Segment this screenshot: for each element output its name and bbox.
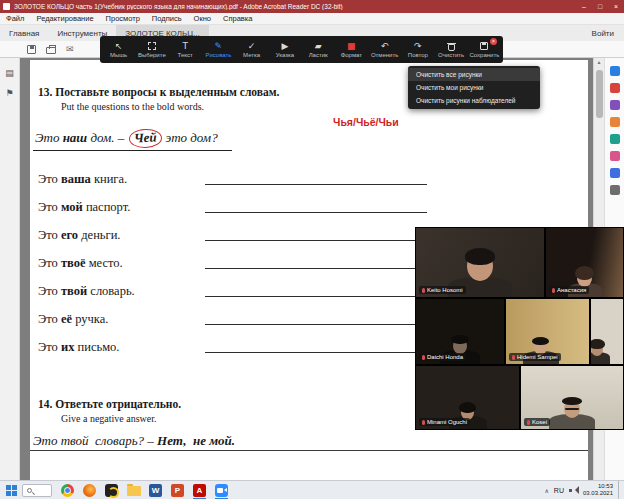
zoom-tool-draw[interactable]: ✎Рисовать — [202, 37, 235, 62]
video-participant-partial[interactable] — [590, 298, 624, 365]
zoom-tool-clear[interactable]: Очистить — [435, 37, 468, 62]
save-file-icon[interactable] — [27, 45, 36, 54]
video-participant-minami[interactable]: Minami Oguchi — [415, 365, 520, 430]
answer-blank — [205, 352, 427, 353]
menu-file[interactable]: Файл — [0, 14, 30, 23]
search-icon — [27, 488, 32, 493]
clear-dropdown-menu: Очистить все рисунки Очистить мои рисунк… — [408, 66, 540, 109]
scroll-up-arrow[interactable]: ▲ — [594, 59, 604, 65]
zoom-tool-format[interactable]: ■Формат — [335, 37, 368, 62]
video-participant-anastasia[interactable]: Анастасия — [545, 227, 624, 298]
zoom-tool-stamp[interactable]: ✓Метка — [235, 37, 268, 62]
eraser-icon: ▰ — [315, 41, 322, 52]
file-explorer-icon[interactable] — [126, 483, 141, 498]
video-participant-keito[interactable]: Keito Hosomi — [415, 227, 545, 298]
bookmarks-icon[interactable]: ⚑ — [0, 88, 19, 98]
zoom-tool-eraser[interactable]: ▰Ластик — [302, 37, 335, 62]
sign-in-button[interactable]: Войти — [582, 29, 624, 38]
exercise-14-heading: 14. Ответьте отрицательно. — [38, 398, 181, 410]
edit-pdf-tool-icon[interactable] — [610, 100, 620, 110]
page-thumbnails-icon[interactable]: ▤ — [0, 68, 19, 78]
combine-files-tool-icon[interactable] — [610, 134, 620, 144]
format-color-icon: ■ — [347, 41, 356, 52]
menu-item-clear-mine[interactable]: Очистить мои рисунки — [408, 81, 540, 94]
answer-blank — [205, 212, 427, 213]
zoom-tool-text[interactable]: TТекст — [169, 37, 202, 62]
menu-edit[interactable]: Редактирование — [30, 14, 99, 23]
menu-help[interactable]: Справка — [217, 14, 258, 23]
exercise-13-heading: 13. Поставьте вопросы к выделенным слова… — [38, 86, 279, 98]
more-tools-icon[interactable] — [610, 185, 620, 195]
comment-tool-icon[interactable] — [610, 117, 620, 127]
maximize-button[interactable]: □ — [592, 0, 608, 13]
mic-muted-icon — [422, 420, 425, 425]
zoom-tool-undo[interactable]: ↶Отменить — [368, 37, 401, 62]
exercise-14-example: Это твой словарь? – Нет, не мой. — [33, 433, 235, 449]
undo-icon: ↶ — [381, 41, 389, 52]
redo-icon: ↷ — [414, 41, 422, 52]
acrobat-taskbar-icon[interactable]: A — [192, 483, 207, 498]
taskbar-apps: W P A — [60, 483, 229, 498]
exercise-13-item-2: Это мой паспорт. — [38, 200, 583, 215]
export-pdf-tool-icon[interactable] — [610, 66, 620, 76]
participant-name-tag: Kosei — [524, 418, 550, 426]
save-icon — [480, 41, 488, 52]
zoom-tool-mouse[interactable]: ↖Мышь — [102, 37, 135, 62]
taskbar-tray: ∧ RU 10:53 03.03.2021 — [544, 481, 624, 499]
menu-item-clear-all[interactable]: Очистить все рисунки — [408, 68, 540, 81]
tab-home[interactable]: Главная — [0, 25, 48, 41]
close-button[interactable]: × — [608, 0, 624, 13]
word-app-icon[interactable]: W — [148, 483, 163, 498]
left-sidebar: ▤ ⚑ — [0, 58, 20, 480]
clock-time: 10:53 — [583, 483, 613, 490]
menu-window[interactable]: Окно — [188, 14, 217, 23]
exercise-14-subtitle: Give a negative answer. — [61, 413, 157, 424]
zoom-app-icon[interactable] — [214, 483, 229, 498]
scrollbar-thumb[interactable] — [596, 70, 603, 118]
fill-sign-tool-icon[interactable] — [610, 151, 620, 161]
video-participant-hidemi[interactable]: Hidemi Sampei — [505, 298, 590, 365]
stamp-tool-icon[interactable] — [610, 168, 620, 178]
powerpoint-app-icon[interactable]: P — [170, 483, 185, 498]
show-desktop-button[interactable] — [618, 481, 622, 499]
zoom-video-gallery: Keito Hosomi Анастасия Daichi Honda Hide… — [415, 227, 624, 430]
recording-dot-icon[interactable]: × — [490, 38, 497, 45]
create-pdf-tool-icon[interactable] — [610, 83, 620, 93]
text-icon: T — [182, 41, 188, 52]
language-indicator[interactable]: RU — [554, 487, 564, 494]
window-titlebar: ЗОЛОТОЕ КОЛЬЦО часть 1(Учебник русского … — [0, 0, 624, 13]
red-annotation-text: Чья/Чьё/Чьи — [333, 116, 399, 128]
answer-blank — [205, 240, 427, 241]
trash-icon — [448, 41, 455, 52]
taskbar: W P A ∧ RU 10:53 03.03.2021 — [0, 480, 624, 499]
minimize-button[interactable]: – — [576, 0, 592, 13]
participant-name-tag: Анастасия — [549, 286, 589, 294]
taskbar-clock[interactable]: 10:53 03.03.2021 — [583, 483, 613, 497]
video-participant-kosei[interactable]: Kosei — [520, 365, 624, 430]
taskbar-search[interactable] — [22, 484, 52, 497]
zoom-tool-redo[interactable]: ↷Повтор — [401, 37, 434, 62]
answer-blank — [205, 184, 427, 185]
pointer-icon: ▶ — [281, 41, 288, 52]
cursor-icon: ↖ — [115, 41, 123, 52]
zoom-annotation-toolbar: ↖Мышь Выберите TТекст ✎Рисовать ✓Метка ▶… — [100, 36, 503, 63]
speaker-icon[interactable] — [569, 486, 578, 494]
video-participant-daichi[interactable]: Daichi Honda — [415, 298, 505, 365]
zoom-tool-spotlight[interactable]: ▶Указка — [268, 37, 301, 62]
menu-view[interactable]: Просмотр — [100, 14, 146, 23]
email-icon[interactable]: ✉ — [66, 45, 74, 54]
menu-item-clear-viewers[interactable]: Очистить рисунки наблюдателей — [408, 94, 540, 107]
print-icon[interactable] — [46, 47, 56, 54]
start-button[interactable] — [4, 483, 18, 497]
menu-bar: Файл Редактирование Просмотр Подпись Окн… — [0, 13, 624, 25]
zoom-tool-select[interactable]: Выберите — [135, 37, 168, 62]
menu-sign[interactable]: Подпись — [146, 14, 188, 23]
participant-name-tag: Hidemi Sampei — [509, 353, 561, 361]
red-circle-annotation: Чей — [128, 128, 161, 148]
hidden-icons-chevron[interactable]: ∧ — [544, 487, 548, 494]
check-icon: ✓ — [248, 41, 256, 52]
firefox-app-icon[interactable] — [82, 483, 97, 498]
browser-app-icon[interactable] — [60, 483, 75, 498]
utility-app-icon[interactable] — [104, 483, 119, 498]
mic-muted-icon — [422, 288, 425, 293]
